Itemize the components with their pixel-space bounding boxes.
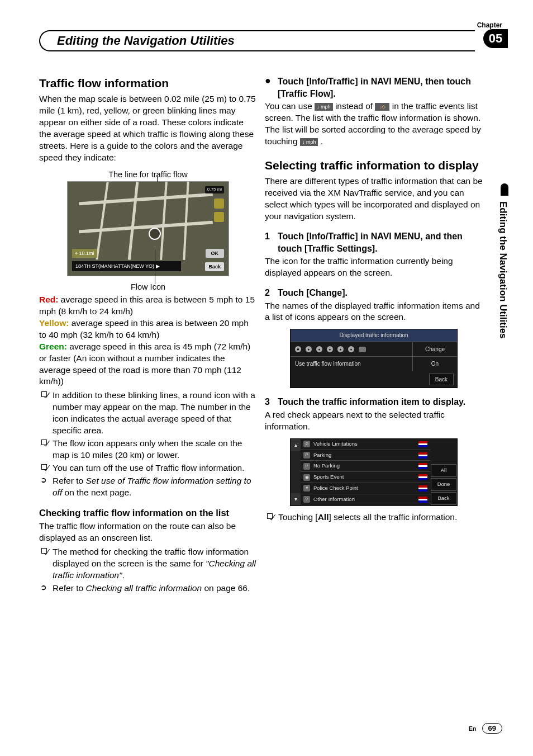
flag-icon (418, 474, 427, 480)
step-2-row: 2Touch [Change]. (265, 287, 483, 299)
flag-icon (418, 441, 427, 447)
traffic-type-icon (359, 347, 366, 352)
item-label: Other Information (313, 496, 415, 503)
button-column: All Done Back (430, 439, 457, 505)
yellow-speed-line: Yellow: average speed in this area is be… (39, 318, 257, 341)
map-distance-badge: ⌖ 18.1mi (72, 249, 97, 258)
refer-item: Refer to Checking all traffic informatio… (39, 583, 257, 594)
paragraph-selecting: There are different types of traffic inf… (265, 176, 483, 223)
step-number: 3 (265, 396, 270, 408)
note-text-a: Touching [ (278, 512, 318, 522)
item-label: Sports Event (313, 474, 415, 481)
notes-list: In addition to these blinking lines, a r… (39, 390, 257, 498)
note-item: In addition to these blinking lines, a r… (39, 390, 257, 437)
all-button[interactable]: All (431, 464, 456, 477)
refer-text-a: Refer to (53, 476, 85, 485)
side-tab-label: Editing the Navigation Utilities (497, 201, 508, 339)
diamond-sort-icon[interactable]: ↓ ◇ (375, 103, 389, 111)
chapter-number-badge: 05 (483, 29, 508, 48)
mph-sort-icon[interactable]: ↓ mph (300, 138, 318, 146)
checkbox-bullet-icon (267, 513, 273, 519)
item-label: Police Check Point (313, 485, 415, 492)
scroll-down-button[interactable]: ▾ (291, 493, 301, 505)
flag-icon (418, 452, 427, 459)
page-footer: En 69 (468, 723, 502, 734)
list-item[interactable]: ✦Police Check Point (301, 483, 430, 494)
refer-text-a: Refer to (53, 583, 85, 593)
heading-selecting: Selecting traffic information to display (265, 158, 483, 173)
traffic-type-icon: ⬥ (316, 346, 322, 352)
screen-displayed-traffic: Displayed traffic information ● ⬥ ⬥ ⬥ ⬥ … (290, 329, 458, 388)
done-button[interactable]: Done (431, 478, 456, 491)
step-1-text: Touch [Info/Traffic] in NAVI MENU, and t… (278, 230, 483, 254)
text-a: The list will be sorted according to the… (265, 125, 481, 146)
list-item[interactable]: ?Other Information (301, 494, 430, 505)
change-button[interactable]: Change (412, 342, 457, 357)
map-figure: 0.75 mi OK Back ⌖ 18.1mi 184TH ST(MANHAT… (67, 181, 229, 276)
traffic-type-icon: ⬥ (348, 346, 354, 352)
screen-back-button[interactable]: Back (429, 374, 454, 386)
header-title: Editing the Navigation Utilities (57, 34, 235, 48)
map-zoom-in-icon[interactable] (214, 199, 224, 209)
scroll-up-button[interactable]: ▴ (291, 439, 301, 451)
page-header: Chapter 05 Editing the Navigation Utilit… (0, 0, 533, 48)
traffic-type-icon: ⬥ (337, 346, 344, 352)
map-back-button[interactable]: Back (205, 262, 224, 271)
chapter-label: Chapter (477, 21, 502, 29)
map-zoom-out-icon[interactable] (214, 212, 224, 222)
screen-traffic-list: ▴ ▾ ⊘Vehicle Limitations PParking PNo Pa… (290, 438, 458, 506)
note-item: You can turn off the use of Traffic flow… (39, 462, 257, 474)
flag-icon (418, 463, 427, 469)
items-column: ⊘Vehicle Limitations PParking PNo Parkin… (301, 439, 430, 505)
yellow-label: Yellow: (39, 318, 69, 328)
note-text-c: ] selects all the traffic information. (329, 512, 457, 522)
list-item[interactable]: PNo Parking (301, 461, 430, 472)
notes-list-right: Touching [All] selects all the traffic i… (265, 512, 483, 523)
item-label: Vehicle Limitations (313, 441, 415, 448)
bullet-dot-icon: ● (265, 75, 271, 100)
step-bullet-text: Touch [Info/Traffic] in NAVI MENU, then … (278, 75, 483, 100)
paragraph-sort: The list will be sorted according to the… (265, 124, 483, 148)
list-item[interactable]: PParking (301, 450, 430, 461)
note-text-c: . (122, 570, 124, 580)
mph-sort-icon[interactable]: ↓ mph (315, 103, 333, 111)
step-3-text: Touch the traffic information item to di… (278, 396, 465, 408)
item-icon: P (303, 463, 310, 470)
step-number: 1 (265, 230, 270, 254)
refer-text-b: Checking all traffic information (85, 583, 202, 593)
item-icon: ? (303, 496, 310, 503)
item-icon: ✦ (303, 485, 310, 492)
paragraph-step1: The icon for the traffic information cur… (265, 256, 483, 279)
green-label: Green: (39, 342, 67, 351)
note-text-b: All (318, 512, 329, 522)
red-label: Red: (39, 295, 58, 304)
step-1-row: 1Touch [Info/Traffic] in NAVI MENU, and … (265, 230, 483, 254)
paragraph-intro: When the map scale is between 0.02 mile … (39, 93, 257, 164)
back-button[interactable]: Back (431, 492, 456, 505)
note-item: The method for checking the traffic flow… (39, 546, 257, 582)
step-2-text: Touch [Change]. (278, 287, 348, 299)
step-bullet-row: ● Touch [Info/Traffic] in NAVI MENU, the… (265, 75, 483, 100)
on-toggle-button[interactable]: On (412, 357, 457, 371)
text-b: instead of (335, 101, 375, 111)
note-item: The flow icon appears only when the scal… (39, 438, 257, 461)
checkbox-bullet-icon (41, 440, 47, 445)
refer-item: Refer to Set use of Traffic flow informa… (39, 475, 257, 499)
list-item[interactable]: ◉Sports Event (301, 472, 430, 483)
note-text: You can turn off the use of Traffic flow… (53, 463, 245, 472)
list-item[interactable]: ⊘Vehicle Limitations (301, 439, 430, 450)
map-ok-button[interactable]: OK (206, 249, 225, 258)
checkbox-bullet-icon (41, 464, 47, 470)
paragraph-step3: A red check appears next to the selected… (265, 409, 483, 433)
heading-traffic-flow: Traffic flow information (39, 75, 257, 91)
text-b: . (321, 136, 323, 146)
traffic-type-icon: ⬥ (327, 346, 333, 352)
flag-icon (418, 497, 427, 503)
item-icon: P (303, 452, 310, 459)
item-icon: ◉ (303, 474, 310, 481)
item-icon: ⊘ (303, 441, 310, 447)
header-title-wrap: Editing the Navigation Utilities (39, 30, 475, 51)
checkbox-bullet-icon (41, 391, 47, 397)
scroll-track[interactable] (291, 451, 301, 493)
figure-caption-bottom: Flow Icon (39, 282, 257, 293)
